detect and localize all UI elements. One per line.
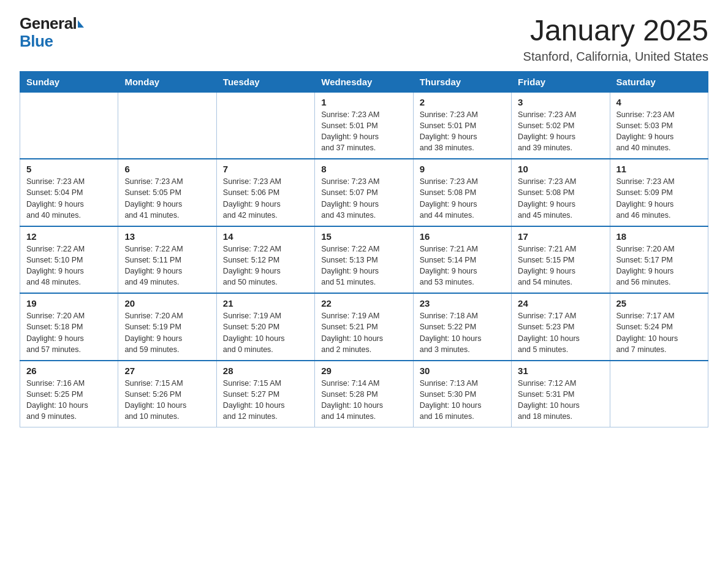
calendar: Sunday Monday Tuesday Wednesday Thursday… [20, 71, 708, 428]
day-info: Sunrise: 7:23 AM Sunset: 5:09 PM Dayligh… [616, 176, 702, 221]
calendar-cell [20, 92, 118, 159]
logo-general: General [20, 15, 77, 33]
day-number: 13 [124, 231, 210, 242]
day-info: Sunrise: 7:22 AM Sunset: 5:11 PM Dayligh… [124, 243, 210, 288]
calendar-cell: 19Sunrise: 7:20 AM Sunset: 5:18 PM Dayli… [20, 293, 118, 361]
day-info: Sunrise: 7:19 AM Sunset: 5:21 PM Dayligh… [321, 310, 406, 355]
day-info: Sunrise: 7:15 AM Sunset: 5:26 PM Dayligh… [124, 378, 210, 423]
day-number: 10 [518, 164, 603, 174]
day-number: 30 [420, 366, 505, 376]
calendar-cell: 3Sunrise: 7:23 AM Sunset: 5:02 PM Daylig… [512, 92, 610, 159]
day-number: 15 [321, 231, 406, 242]
calendar-cell: 5Sunrise: 7:23 AM Sunset: 5:04 PM Daylig… [20, 159, 118, 226]
calendar-cell: 30Sunrise: 7:13 AM Sunset: 5:30 PM Dayli… [413, 361, 511, 427]
day-info: Sunrise: 7:17 AM Sunset: 5:23 PM Dayligh… [518, 310, 603, 355]
day-info: Sunrise: 7:14 AM Sunset: 5:28 PM Dayligh… [321, 378, 406, 423]
calendar-week-row: 19Sunrise: 7:20 AM Sunset: 5:18 PM Dayli… [20, 293, 708, 361]
calendar-cell: 12Sunrise: 7:22 AM Sunset: 5:10 PM Dayli… [20, 226, 118, 294]
day-info: Sunrise: 7:18 AM Sunset: 5:22 PM Dayligh… [420, 310, 505, 355]
day-info: Sunrise: 7:12 AM Sunset: 5:31 PM Dayligh… [518, 378, 603, 423]
logo-blue: Blue [20, 32, 53, 50]
calendar-cell: 23Sunrise: 7:18 AM Sunset: 5:22 PM Dayli… [413, 293, 511, 361]
calendar-body: 1Sunrise: 7:23 AM Sunset: 5:01 PM Daylig… [20, 92, 708, 427]
day-info: Sunrise: 7:23 AM Sunset: 5:02 PM Dayligh… [518, 109, 603, 154]
day-number: 7 [223, 164, 308, 174]
day-info: Sunrise: 7:17 AM Sunset: 5:24 PM Dayligh… [616, 310, 702, 355]
calendar-cell: 2Sunrise: 7:23 AM Sunset: 5:01 PM Daylig… [413, 92, 511, 159]
day-number: 22 [321, 298, 406, 308]
day-number: 21 [223, 298, 308, 308]
calendar-cell: 14Sunrise: 7:22 AM Sunset: 5:12 PM Dayli… [216, 226, 314, 294]
calendar-cell: 17Sunrise: 7:21 AM Sunset: 5:15 PM Dayli… [512, 226, 610, 294]
calendar-cell: 7Sunrise: 7:23 AM Sunset: 5:06 PM Daylig… [216, 159, 314, 226]
day-number: 2 [420, 97, 505, 107]
page: General Blue January 2025 Stanford, Cali… [0, 0, 728, 447]
page-title: January 2025 [523, 15, 708, 47]
header: General Blue January 2025 Stanford, Cali… [20, 15, 708, 64]
calendar-cell: 1Sunrise: 7:23 AM Sunset: 5:01 PM Daylig… [315, 92, 413, 159]
day-info: Sunrise: 7:16 AM Sunset: 5:25 PM Dayligh… [26, 378, 112, 423]
logo-triangle-icon [78, 20, 84, 28]
day-info: Sunrise: 7:23 AM Sunset: 5:01 PM Dayligh… [321, 109, 406, 154]
col-thursday: Thursday [413, 71, 511, 92]
day-info: Sunrise: 7:20 AM Sunset: 5:18 PM Dayligh… [26, 310, 112, 355]
calendar-cell: 21Sunrise: 7:19 AM Sunset: 5:20 PM Dayli… [216, 293, 314, 361]
calendar-cell: 16Sunrise: 7:21 AM Sunset: 5:14 PM Dayli… [413, 226, 511, 294]
page-subtitle: Stanford, California, United States [523, 50, 708, 64]
day-info: Sunrise: 7:20 AM Sunset: 5:19 PM Dayligh… [124, 310, 210, 355]
calendar-cell: 20Sunrise: 7:20 AM Sunset: 5:19 PM Dayli… [118, 293, 216, 361]
day-number: 11 [616, 164, 702, 174]
day-number: 6 [124, 164, 210, 174]
day-info: Sunrise: 7:13 AM Sunset: 5:30 PM Dayligh… [420, 378, 505, 423]
day-info: Sunrise: 7:21 AM Sunset: 5:14 PM Dayligh… [420, 243, 505, 288]
day-info: Sunrise: 7:23 AM Sunset: 5:06 PM Dayligh… [223, 176, 308, 221]
day-number: 16 [420, 231, 505, 242]
day-info: Sunrise: 7:21 AM Sunset: 5:15 PM Dayligh… [518, 243, 603, 288]
day-info: Sunrise: 7:22 AM Sunset: 5:13 PM Dayligh… [321, 243, 406, 288]
day-info: Sunrise: 7:15 AM Sunset: 5:27 PM Dayligh… [223, 378, 308, 423]
logo: General Blue [20, 15, 84, 50]
day-info: Sunrise: 7:23 AM Sunset: 5:03 PM Dayligh… [616, 109, 702, 154]
calendar-cell: 24Sunrise: 7:17 AM Sunset: 5:23 PM Dayli… [512, 293, 610, 361]
title-block: January 2025 Stanford, California, Unite… [523, 15, 708, 64]
calendar-cell: 26Sunrise: 7:16 AM Sunset: 5:25 PM Dayli… [20, 361, 118, 427]
day-number: 19 [26, 298, 112, 308]
calendar-cell [118, 92, 216, 159]
day-number: 20 [124, 298, 210, 308]
day-info: Sunrise: 7:23 AM Sunset: 5:05 PM Dayligh… [124, 176, 210, 221]
day-number: 29 [321, 366, 406, 376]
day-number: 14 [223, 231, 308, 242]
calendar-cell [216, 92, 314, 159]
day-number: 23 [420, 298, 505, 308]
day-info: Sunrise: 7:19 AM Sunset: 5:20 PM Dayligh… [223, 310, 308, 355]
calendar-cell: 15Sunrise: 7:22 AM Sunset: 5:13 PM Dayli… [315, 226, 413, 294]
day-number: 31 [518, 366, 603, 376]
col-tuesday: Tuesday [216, 71, 314, 92]
col-wednesday: Wednesday [315, 71, 413, 92]
calendar-cell: 4Sunrise: 7:23 AM Sunset: 5:03 PM Daylig… [610, 92, 708, 159]
calendar-header: Sunday Monday Tuesday Wednesday Thursday… [20, 71, 708, 92]
calendar-cell: 11Sunrise: 7:23 AM Sunset: 5:09 PM Dayli… [610, 159, 708, 226]
day-number: 9 [420, 164, 505, 174]
day-info: Sunrise: 7:20 AM Sunset: 5:17 PM Dayligh… [616, 243, 702, 288]
calendar-cell: 9Sunrise: 7:23 AM Sunset: 5:08 PM Daylig… [413, 159, 511, 226]
calendar-week-row: 5Sunrise: 7:23 AM Sunset: 5:04 PM Daylig… [20, 159, 708, 226]
col-monday: Monday [118, 71, 216, 92]
calendar-cell: 6Sunrise: 7:23 AM Sunset: 5:05 PM Daylig… [118, 159, 216, 226]
calendar-week-row: 1Sunrise: 7:23 AM Sunset: 5:01 PM Daylig… [20, 92, 708, 159]
calendar-cell: 25Sunrise: 7:17 AM Sunset: 5:24 PM Dayli… [610, 293, 708, 361]
day-number: 28 [223, 366, 308, 376]
day-number: 3 [518, 97, 603, 107]
calendar-week-row: 26Sunrise: 7:16 AM Sunset: 5:25 PM Dayli… [20, 361, 708, 427]
day-info: Sunrise: 7:23 AM Sunset: 5:04 PM Dayligh… [26, 176, 112, 221]
day-info: Sunrise: 7:23 AM Sunset: 5:08 PM Dayligh… [420, 176, 505, 221]
col-friday: Friday [512, 71, 610, 92]
calendar-cell: 8Sunrise: 7:23 AM Sunset: 5:07 PM Daylig… [315, 159, 413, 226]
calendar-cell [610, 361, 708, 427]
calendar-cell: 22Sunrise: 7:19 AM Sunset: 5:21 PM Dayli… [315, 293, 413, 361]
day-number: 8 [321, 164, 406, 174]
day-number: 24 [518, 298, 603, 308]
calendar-cell: 10Sunrise: 7:23 AM Sunset: 5:08 PM Dayli… [512, 159, 610, 226]
day-number: 25 [616, 298, 702, 308]
calendar-cell: 29Sunrise: 7:14 AM Sunset: 5:28 PM Dayli… [315, 361, 413, 427]
